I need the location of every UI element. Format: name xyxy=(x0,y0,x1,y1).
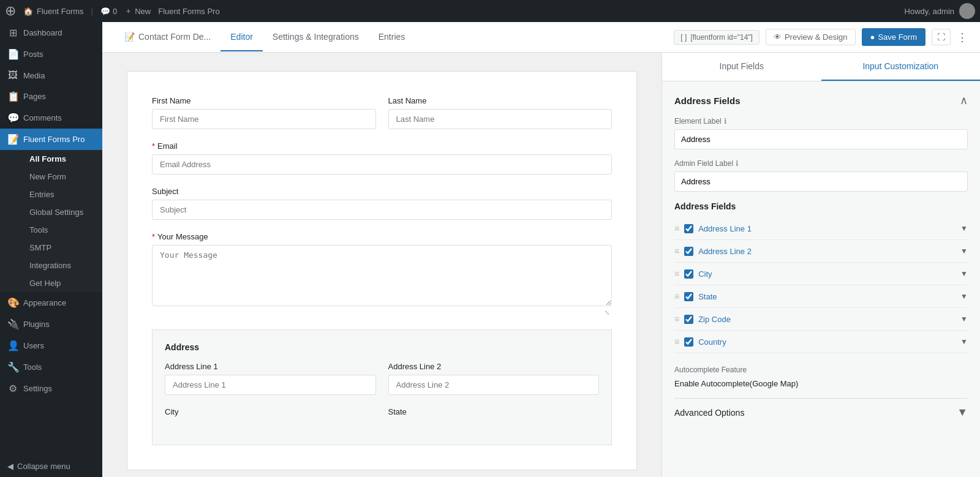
preview-icon: 👁 xyxy=(774,32,782,42)
drag-handle-zip[interactable]: ≡ xyxy=(674,314,679,324)
subject-label: Subject xyxy=(152,187,612,196)
sidebar-item-users[interactable]: 👤 Users xyxy=(0,335,102,356)
drag-handle-line1[interactable]: ≡ xyxy=(674,223,679,233)
drag-handle-state[interactable]: ≡ xyxy=(674,291,679,301)
address-field-line2: ≡ Address Line 2 ▼ xyxy=(674,240,968,263)
resize-handle: ⤡ xyxy=(152,308,612,317)
admin-field-label-input[interactable] xyxy=(674,171,968,192)
autocomplete-section: Autocomplete Feature Enable Autocomplete… xyxy=(674,366,968,388)
first-name-label: First Name xyxy=(152,96,376,105)
dropdown-arrow-zip[interactable]: ▼ xyxy=(960,315,968,323)
comments-link[interactable]: 💬 0 xyxy=(100,7,117,16)
dropdown-arrow-country[interactable]: ▼ xyxy=(960,337,968,346)
autocomplete-label: Autocomplete Feature xyxy=(674,366,968,374)
sidebar-label-media: Media xyxy=(23,71,45,80)
top-bar-right: Howdy, admin xyxy=(905,3,975,19)
sidebar-item-comments[interactable]: 💬 Comments xyxy=(0,107,102,129)
email-field-wrapper: * Email xyxy=(152,141,612,175)
address-fields-collapse-button[interactable]: ∧ xyxy=(960,94,968,107)
fullscreen-button[interactable]: ⛶ xyxy=(932,29,951,45)
sidebar-item-appearance[interactable]: 🎨 Appearance xyxy=(0,292,102,314)
field-link-city[interactable]: City xyxy=(698,269,956,279)
checkbox-city[interactable] xyxy=(684,269,693,279)
checkbox-country[interactable] xyxy=(684,337,693,347)
tab-editor-label: Editor xyxy=(230,32,253,42)
tab-contact-form[interactable]: 📝 Contact Form De... xyxy=(115,23,221,51)
sidebar-item-media[interactable]: 🖼 Media xyxy=(0,65,102,86)
email-input[interactable] xyxy=(152,154,612,175)
sidebar-item-dashboard[interactable]: ⊞ Dashboard xyxy=(0,22,102,43)
tab-editor[interactable]: Editor xyxy=(221,23,263,51)
panel-tab-input-customization[interactable]: Input Customization xyxy=(821,53,981,81)
sidebar-item-posts[interactable]: 📄 Posts xyxy=(0,43,102,65)
drag-handle-city[interactable]: ≡ xyxy=(674,269,679,279)
posts-icon: 📄 xyxy=(7,48,18,60)
panel-tab-input-fields[interactable]: Input Fields xyxy=(662,53,821,81)
drag-handle-country[interactable]: ≡ xyxy=(674,337,679,347)
sidebar-sub-all-forms[interactable]: All Forms xyxy=(7,150,102,168)
pages-icon: 📋 xyxy=(7,91,18,102)
checkbox-state[interactable] xyxy=(684,292,693,301)
sidebar-submenu: All Forms New Form Entries Global Settin… xyxy=(0,150,102,292)
message-input[interactable] xyxy=(152,245,612,306)
dropdown-arrow-line2[interactable]: ▼ xyxy=(960,247,968,255)
address-line2-input[interactable] xyxy=(388,375,600,395)
sidebar-sub-smtp[interactable]: SMTP xyxy=(7,239,102,257)
new-link[interactable]: ＋ New xyxy=(124,6,151,17)
drag-handle-line2[interactable]: ≡ xyxy=(674,246,679,256)
field-link-country[interactable]: Country xyxy=(698,337,956,347)
field-link-line2[interactable]: Address Line 2 xyxy=(698,247,956,256)
tab-settings[interactable]: Settings & Integrations xyxy=(263,23,369,51)
element-label-input[interactable] xyxy=(674,129,968,149)
save-form-button[interactable]: ● Save Form xyxy=(862,28,925,46)
collapse-menu[interactable]: ◀ Collapse menu xyxy=(0,456,102,477)
contact-form-icon: 📝 xyxy=(124,32,135,42)
user-avatar[interactable] xyxy=(959,3,975,19)
dropdown-arrow-city[interactable]: ▼ xyxy=(960,269,968,278)
last-name-input[interactable] xyxy=(388,109,612,129)
tab-entries[interactable]: Entries xyxy=(369,23,415,51)
element-label-info-icon[interactable]: ℹ xyxy=(724,117,727,126)
sidebar-item-fluent-forms[interactable]: 📝 Fluent Forms Pro xyxy=(0,129,102,150)
fullscreen-icon: ⛶ xyxy=(937,32,945,42)
sidebar-item-plugins[interactable]: 🔌 Plugins xyxy=(0,314,102,335)
checkbox-line1[interactable] xyxy=(684,224,693,233)
autocomplete-toggle: Enable Autocomplete(Google Map) xyxy=(674,379,968,388)
sidebar-sub-global-settings[interactable]: Global Settings xyxy=(7,203,102,221)
autocomplete-toggle-label: Enable Autocomplete(Google Map) xyxy=(674,379,798,388)
address-field-state: ≡ State ▼ xyxy=(674,285,968,308)
address-section: Address Address Line 1 Address Line 2 xyxy=(152,329,612,445)
more-options-button[interactable]: ⋮ xyxy=(957,31,968,44)
shortcode-badge[interactable]: [ ] [fluentform id="14"] xyxy=(674,30,760,45)
save-icon: ● xyxy=(870,32,875,42)
element-label-group: Element Label ℹ xyxy=(674,117,968,149)
users-icon: 👤 xyxy=(7,340,18,351)
field-link-state[interactable]: State xyxy=(698,292,956,301)
checkbox-zip[interactable] xyxy=(684,315,693,324)
dropdown-arrow-state[interactable]: ▼ xyxy=(960,292,968,301)
sidebar-sub-new-form[interactable]: New Form xyxy=(7,168,102,186)
sidebar-sub-integrations[interactable]: Integrations xyxy=(7,257,102,274)
sidebar-sub-tools[interactable]: Tools xyxy=(7,221,102,239)
sidebar-item-tools[interactable]: 🔧 Tools xyxy=(0,356,102,378)
sidebar-item-settings[interactable]: ⚙ Settings xyxy=(0,378,102,399)
field-link-zip[interactable]: Zip Code xyxy=(698,315,956,324)
address-line1-input[interactable] xyxy=(165,375,376,395)
checkbox-line2[interactable] xyxy=(684,247,693,256)
address-fields-list-section: Address Fields ≡ Address Line 1 ▼ ≡ Addr… xyxy=(674,201,968,353)
preview-design-button[interactable]: 👁 Preview & Design xyxy=(766,29,856,45)
admin-field-label-info-icon[interactable]: ℹ xyxy=(736,159,739,168)
dropdown-arrow-line1[interactable]: ▼ xyxy=(960,224,968,233)
sidebar-sub-entries[interactable]: Entries xyxy=(7,186,102,203)
subject-input[interactable] xyxy=(152,200,612,220)
sidebar-label-comments: Comments xyxy=(23,113,62,122)
sidebar-sub-get-help[interactable]: Get Help xyxy=(7,274,102,292)
site-link[interactable]: 🏠 Fluent Forms xyxy=(23,7,84,16)
sidebar-item-pages[interactable]: 📋 Pages xyxy=(0,86,102,107)
advanced-options-expand-button[interactable]: ▼ xyxy=(957,406,968,419)
first-name-input[interactable] xyxy=(152,109,376,129)
email-label: * Email xyxy=(152,141,612,151)
field-link-line1[interactable]: Address Line 1 xyxy=(698,224,956,233)
admin-field-label-group: Admin Field Label ℹ xyxy=(674,159,968,192)
tab-entries-label: Entries xyxy=(379,32,405,42)
